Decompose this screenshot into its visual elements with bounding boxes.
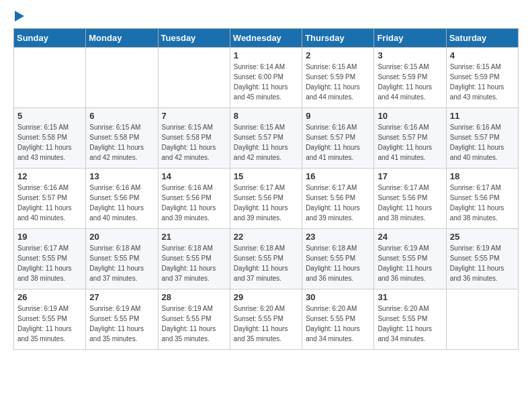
day-info: Sunrise: 6:18 AMSunset: 5:55 PMDaylight:… (162, 243, 226, 283)
day-number: 31 (378, 292, 442, 302)
day-number: 20 (89, 232, 154, 242)
logo-arrow-icon (15, 11, 24, 21)
day-info: Sunrise: 6:19 AMSunset: 5:55 PMDaylight:… (378, 243, 442, 283)
calendar-cell: 6Sunrise: 6:15 AMSunset: 5:58 PMDaylight… (86, 108, 158, 169)
calendar-week-row: 26Sunrise: 6:19 AMSunset: 5:55 PMDayligh… (14, 289, 519, 350)
calendar-week-row: 19Sunrise: 6:17 AMSunset: 5:55 PMDayligh… (14, 229, 519, 289)
day-info: Sunrise: 6:17 AMSunset: 5:55 PMDaylight:… (17, 243, 82, 283)
day-info: Sunrise: 6:18 AMSunset: 5:55 PMDaylight:… (306, 243, 370, 283)
day-info: Sunrise: 6:20 AMSunset: 5:55 PMDaylight:… (234, 304, 298, 344)
calendar-header-row: SundayMondayTuesdayWednesdayThursdayFrid… (14, 29, 519, 48)
day-info: Sunrise: 6:16 AMSunset: 5:57 PMDaylight:… (17, 183, 82, 223)
calendar-cell (14, 48, 86, 108)
day-info: Sunrise: 6:15 AMSunset: 5:59 PMDaylight:… (306, 62, 370, 102)
day-info: Sunrise: 6:19 AMSunset: 5:55 PMDaylight:… (162, 304, 226, 344)
day-number: 14 (162, 171, 226, 181)
day-info: Sunrise: 6:19 AMSunset: 5:55 PMDaylight:… (89, 304, 154, 344)
day-info: Sunrise: 6:17 AMSunset: 5:56 PMDaylight:… (378, 183, 442, 223)
calendar-cell: 13Sunrise: 6:16 AMSunset: 5:56 PMDayligh… (86, 169, 158, 229)
day-number: 7 (162, 111, 226, 121)
day-number: 28 (162, 292, 226, 302)
day-number: 25 (450, 232, 515, 242)
day-info: Sunrise: 6:15 AMSunset: 5:58 PMDaylight:… (89, 122, 154, 163)
calendar-week-row: 1Sunrise: 6:14 AMSunset: 6:00 PMDaylight… (14, 48, 519, 108)
calendar-cell: 22Sunrise: 6:18 AMSunset: 5:55 PMDayligh… (230, 229, 302, 289)
day-info: Sunrise: 6:18 AMSunset: 5:55 PMDaylight:… (89, 243, 154, 283)
calendar-cell: 26Sunrise: 6:19 AMSunset: 5:55 PMDayligh… (14, 289, 86, 350)
day-number: 27 (89, 292, 154, 302)
calendar-cell: 14Sunrise: 6:16 AMSunset: 5:56 PMDayligh… (158, 169, 230, 229)
day-info: Sunrise: 6:15 AMSunset: 5:57 PMDaylight:… (234, 122, 298, 163)
day-info: Sunrise: 6:16 AMSunset: 5:57 PMDaylight:… (450, 122, 515, 163)
calendar-cell: 5Sunrise: 6:15 AMSunset: 5:58 PMDaylight… (14, 108, 86, 169)
column-header-sunday: Sunday (14, 29, 86, 48)
calendar-cell: 9Sunrise: 6:16 AMSunset: 5:57 PMDaylight… (302, 108, 374, 169)
calendar-cell: 19Sunrise: 6:17 AMSunset: 5:55 PMDayligh… (14, 229, 86, 289)
calendar-cell: 7Sunrise: 6:15 AMSunset: 5:58 PMDaylight… (158, 108, 230, 169)
day-number: 23 (306, 232, 370, 242)
day-info: Sunrise: 6:19 AMSunset: 5:55 PMDaylight:… (17, 304, 82, 344)
calendar-cell: 21Sunrise: 6:18 AMSunset: 5:55 PMDayligh… (158, 229, 230, 289)
column-header-thursday: Thursday (302, 29, 374, 48)
calendar-cell: 16Sunrise: 6:17 AMSunset: 5:56 PMDayligh… (302, 169, 374, 229)
calendar-week-row: 12Sunrise: 6:16 AMSunset: 5:57 PMDayligh… (14, 169, 519, 229)
column-header-monday: Monday (86, 29, 158, 48)
day-number: 2 (306, 50, 370, 60)
logo (13, 13, 24, 21)
day-number: 19 (17, 232, 82, 242)
calendar-cell: 12Sunrise: 6:16 AMSunset: 5:57 PMDayligh… (14, 169, 86, 229)
day-number: 5 (17, 111, 82, 121)
column-header-wednesday: Wednesday (230, 29, 302, 48)
day-info: Sunrise: 6:14 AMSunset: 6:00 PMDaylight:… (234, 62, 298, 102)
calendar-cell: 20Sunrise: 6:18 AMSunset: 5:55 PMDayligh… (86, 229, 158, 289)
day-number: 3 (378, 50, 442, 60)
day-info: Sunrise: 6:17 AMSunset: 5:56 PMDaylight:… (450, 183, 515, 223)
day-number: 26 (17, 292, 82, 302)
calendar-cell: 24Sunrise: 6:19 AMSunset: 5:55 PMDayligh… (374, 229, 446, 289)
calendar-cell: 2Sunrise: 6:15 AMSunset: 5:59 PMDaylight… (302, 48, 374, 108)
calendar-cell: 31Sunrise: 6:20 AMSunset: 5:55 PMDayligh… (374, 289, 446, 350)
calendar-cell (86, 48, 158, 108)
calendar-cell: 25Sunrise: 6:19 AMSunset: 5:55 PMDayligh… (446, 229, 518, 289)
day-info: Sunrise: 6:15 AMSunset: 5:59 PMDaylight:… (378, 62, 442, 102)
day-number: 4 (450, 50, 515, 60)
calendar-cell (446, 289, 518, 350)
day-info: Sunrise: 6:19 AMSunset: 5:55 PMDaylight:… (450, 243, 515, 283)
day-info: Sunrise: 6:17 AMSunset: 5:56 PMDaylight:… (306, 183, 370, 223)
day-info: Sunrise: 6:16 AMSunset: 5:57 PMDaylight:… (378, 122, 442, 163)
calendar-cell: 28Sunrise: 6:19 AMSunset: 5:55 PMDayligh… (158, 289, 230, 350)
day-info: Sunrise: 6:15 AMSunset: 5:58 PMDaylight:… (17, 122, 82, 163)
column-header-friday: Friday (374, 29, 446, 48)
day-number: 24 (378, 232, 442, 242)
day-number: 9 (306, 111, 370, 121)
day-number: 8 (234, 111, 298, 121)
calendar-cell: 29Sunrise: 6:20 AMSunset: 5:55 PMDayligh… (230, 289, 302, 350)
calendar-table: SundayMondayTuesdayWednesdayThursdayFrid… (13, 28, 519, 350)
day-number: 18 (450, 171, 515, 181)
calendar-cell: 30Sunrise: 6:20 AMSunset: 5:55 PMDayligh… (302, 289, 374, 350)
day-info: Sunrise: 6:18 AMSunset: 5:55 PMDaylight:… (234, 243, 298, 283)
day-number: 29 (234, 292, 298, 302)
calendar-cell: 1Sunrise: 6:14 AMSunset: 6:00 PMDaylight… (230, 48, 302, 108)
day-number: 30 (306, 292, 370, 302)
day-info: Sunrise: 6:20 AMSunset: 5:55 PMDaylight:… (378, 304, 442, 344)
calendar-cell: 23Sunrise: 6:18 AMSunset: 5:55 PMDayligh… (302, 229, 374, 289)
day-info: Sunrise: 6:16 AMSunset: 5:56 PMDaylight:… (89, 183, 154, 223)
calendar-cell: 4Sunrise: 6:15 AMSunset: 5:59 PMDaylight… (446, 48, 518, 108)
day-info: Sunrise: 6:15 AMSunset: 5:58 PMDaylight:… (162, 122, 226, 163)
calendar-cell: 3Sunrise: 6:15 AMSunset: 5:59 PMDaylight… (374, 48, 446, 108)
calendar-cell: 11Sunrise: 6:16 AMSunset: 5:57 PMDayligh… (446, 108, 518, 169)
day-number: 11 (450, 111, 515, 121)
day-info: Sunrise: 6:17 AMSunset: 5:56 PMDaylight:… (234, 183, 298, 223)
day-number: 1 (234, 50, 298, 60)
calendar-cell: 27Sunrise: 6:19 AMSunset: 5:55 PMDayligh… (86, 289, 158, 350)
day-number: 15 (234, 171, 298, 181)
day-number: 10 (378, 111, 442, 121)
page-header (13, 13, 519, 21)
day-number: 13 (89, 171, 154, 181)
column-header-tuesday: Tuesday (158, 29, 230, 48)
day-info: Sunrise: 6:15 AMSunset: 5:59 PMDaylight:… (450, 62, 515, 102)
day-number: 22 (234, 232, 298, 242)
day-info: Sunrise: 6:20 AMSunset: 5:55 PMDaylight:… (306, 304, 370, 344)
calendar-week-row: 5Sunrise: 6:15 AMSunset: 5:58 PMDaylight… (14, 108, 519, 169)
